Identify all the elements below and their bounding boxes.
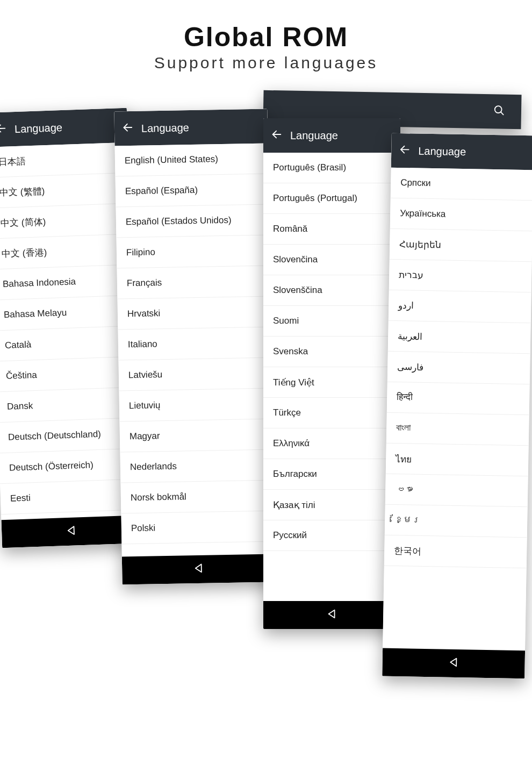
list-item[interactable]: Filipino (116, 235, 270, 269)
back-icon[interactable] (0, 123, 7, 137)
list-item[interactable]: Bahasa Melayu (0, 295, 134, 331)
list-item[interactable]: Português (Portugal) (263, 183, 400, 214)
language-list[interactable]: СрпскиУкраїнськаՀայերենעבריתاردوالعربيةف… (383, 168, 532, 650)
language-label: العربية (398, 331, 422, 342)
list-item[interactable]: Čeština (0, 356, 136, 392)
list-item[interactable]: Latviešu (118, 358, 272, 391)
language-label: Português (Brasil) (273, 162, 346, 173)
list-item[interactable]: ဗမာ (385, 474, 528, 507)
svg-point-0 (495, 106, 502, 113)
list-item[interactable]: Nederlands (120, 449, 274, 483)
nav-back-icon[interactable] (326, 608, 338, 622)
language-label: Eesti (10, 492, 31, 504)
language-label: Español (Estados Unidos) (126, 215, 232, 227)
list-item[interactable]: Română (263, 214, 400, 245)
list-item[interactable]: Polski (121, 511, 275, 544)
language-label: Ελληνικά (273, 438, 310, 449)
language-label: Български (273, 469, 317, 480)
list-item[interactable]: Ελληνικά (263, 428, 400, 459)
list-item[interactable]: 한국어 (384, 535, 527, 569)
list-item[interactable]: Türkçe (263, 398, 400, 428)
language-label: Bahasa Melayu (4, 308, 67, 320)
list-item[interactable]: বাংলা (386, 413, 529, 446)
android-navbar (263, 601, 400, 629)
list-item[interactable]: English (United States) (114, 144, 268, 177)
language-label: Slovenčina (273, 254, 318, 265)
language-label: Bahasa Indonesia (3, 276, 76, 290)
list-item[interactable]: ខ្មែរ (385, 505, 528, 538)
language-label: Română (273, 224, 307, 234)
list-item[interactable]: 中文 (繁體) (0, 173, 130, 209)
list-item[interactable]: ไทย (386, 444, 529, 477)
language-list[interactable]: English (United States)Español (España)E… (114, 144, 275, 557)
list-item[interactable]: Slovenčina (263, 245, 400, 275)
list-item[interactable]: Eesti (0, 479, 141, 514)
android-navbar (122, 554, 276, 584)
appbar: Language (263, 118, 400, 153)
list-item[interactable]: हिन्दी (387, 382, 530, 416)
list-item[interactable]: Deutsch (Österreich) (0, 448, 140, 484)
language-label: Italiano (128, 339, 157, 350)
language-label: Français (127, 277, 162, 289)
list-item[interactable]: Русский (263, 520, 400, 551)
list-item[interactable]: Српски (391, 168, 532, 201)
list-item[interactable]: Bahasa Indonesia (0, 265, 133, 301)
language-label: Español (España) (125, 185, 198, 197)
list-item[interactable]: Українська (390, 198, 532, 232)
list-item[interactable]: 中文 (香港) (0, 234, 132, 270)
search-icon[interactable] (493, 104, 505, 118)
language-label: বাংলা (396, 423, 411, 433)
promo-stage: Global ROM Support more languages Langua… (0, 0, 532, 758)
list-item[interactable]: Hrvatski (117, 297, 271, 330)
list-item[interactable]: Български (263, 459, 400, 490)
appbar: Language (0, 108, 128, 147)
list-item[interactable]: Dansk (0, 387, 138, 423)
list-item[interactable]: Italiano (118, 327, 271, 361)
list-item[interactable]: Svenska (263, 337, 400, 367)
list-item[interactable]: Norsk bokmål (120, 480, 274, 513)
list-item[interactable]: فارسی (387, 352, 530, 385)
appbar-title: Language (15, 121, 63, 135)
list-item[interactable]: Español (Estados Unidos) (116, 205, 269, 238)
list-item[interactable]: العربية (388, 321, 531, 354)
language-label: Türkçe (273, 407, 301, 418)
list-item[interactable]: Lietuvių (119, 389, 272, 422)
list-item[interactable]: עברית (389, 260, 532, 293)
language-label: 中文 (繁體) (0, 185, 45, 199)
android-navbar (382, 648, 525, 679)
list-item[interactable]: Tiếng Việt (263, 367, 400, 398)
language-label: فارسی (397, 361, 423, 373)
appbar-title: Language (141, 121, 189, 135)
language-list[interactable]: Português (Brasil)Português (Portugal)Ro… (263, 153, 400, 601)
language-label: Հայերեն (399, 239, 441, 251)
list-item[interactable]: Català (0, 326, 135, 361)
list-item[interactable]: Magyar (119, 419, 273, 452)
list-item[interactable]: 日本語 (0, 142, 129, 178)
list-item[interactable]: Español (España) (115, 174, 269, 208)
svg-line-2 (0, 128, 5, 129)
language-label: Deutsch (Deutschland) (8, 429, 102, 443)
nav-back-icon[interactable] (193, 562, 205, 576)
language-label: Русский (273, 530, 307, 541)
list-item[interactable]: Suomi (263, 306, 400, 337)
back-icon[interactable] (122, 121, 134, 135)
list-item[interactable]: Português (Brasil) (263, 153, 400, 183)
list-item[interactable]: اردو (389, 290, 531, 324)
back-icon[interactable] (271, 128, 283, 142)
back-icon[interactable] (399, 144, 411, 158)
list-item[interactable]: Français (117, 266, 270, 299)
nav-back-icon[interactable] (66, 524, 78, 539)
list-item[interactable]: Deutsch (Deutschland) (0, 418, 139, 453)
language-label: Українська (400, 208, 445, 219)
language-label: Polski (131, 523, 156, 534)
list-item[interactable]: 中文 (简体) (0, 204, 131, 239)
language-label: 中文 (简体) (1, 216, 46, 230)
list-item[interactable]: Slovenščina (263, 275, 400, 306)
language-label: 日本語 (0, 155, 26, 168)
list-item[interactable]: Қазақ тілі (263, 490, 400, 520)
phone-screenshot-4: LanguageСрпскиУкраїнськаՀայերենעבריתاردو… (382, 133, 532, 678)
list-item[interactable]: Հայերեն (390, 229, 532, 262)
language-label: ဗမာ (395, 484, 413, 495)
language-label: Filipino (126, 247, 155, 258)
nav-back-icon[interactable] (448, 656, 459, 670)
